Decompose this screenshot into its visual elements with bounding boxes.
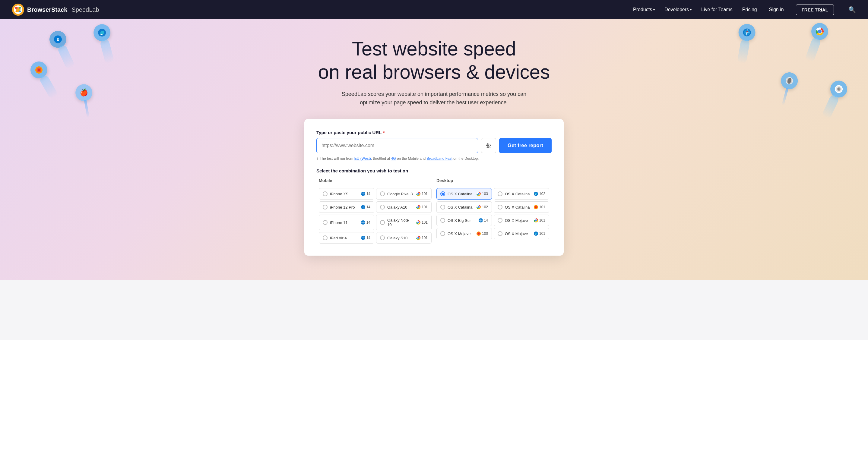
firefox-icon-2 (476, 231, 481, 236)
radio-iphone-xs (323, 191, 328, 196)
device-osx-mojave-chrome-101[interactable]: OS X Mojave 101 (494, 214, 549, 226)
device-galaxy-note-10[interactable]: Galaxy Note 10 101 (376, 214, 432, 230)
radio-ipad-air-4 (323, 235, 328, 240)
radio-galaxy-s10 (380, 235, 385, 240)
device-ipad-air-4[interactable]: iPad Air 4 14 (319, 232, 374, 243)
filter-icon (486, 142, 492, 148)
hero-section: e 🍎 (0, 19, 868, 280)
radio-osx-catalina-firefox-101 (498, 205, 502, 209)
svg-point-6 (16, 11, 17, 12)
nav-pricing[interactable]: Pricing (742, 7, 757, 12)
4g-link[interactable]: 4G (391, 157, 396, 161)
chrome-icon-5 (476, 191, 481, 196)
device-osx-catalina-chrome-102[interactable]: OS X Catalina 102 (436, 201, 492, 213)
svg-point-32 (489, 145, 490, 146)
nav-products[interactable]: Products ▾ (633, 7, 655, 12)
chrome-icon (416, 191, 421, 196)
url-input[interactable] (316, 138, 478, 153)
device-iphone-xs[interactable]: iPhone XS 14 (319, 188, 374, 200)
svg-point-70 (478, 233, 479, 234)
hero-subtitle: SpeedLab scores your website on importan… (338, 90, 530, 107)
safari-icon-5 (478, 218, 483, 223)
device-iphone-12-pro[interactable]: iPhone 12 Pro 14 (319, 201, 374, 213)
floating-chrome-icon (801, 21, 831, 64)
nav-signin[interactable]: Sign in (769, 7, 784, 12)
nav-developers[interactable]: Developers ▾ (664, 7, 691, 12)
mobile-column: Mobile iPhone XS 14 Google Pixe (316, 178, 434, 243)
chrome-icon-4 (416, 235, 421, 240)
device-osx-catalina-edge-102[interactable]: OS X Catalina 102 (494, 188, 549, 200)
bottom-section (0, 280, 868, 340)
chevron-down-icon: ▾ (653, 8, 655, 11)
radio-iphone-11 (323, 220, 328, 225)
get-report-button[interactable]: Get free report (499, 138, 552, 153)
broadband-fast-link[interactable]: Broadband Fast (427, 157, 453, 161)
svg-point-31 (487, 143, 488, 145)
chevron-down-icon: ▾ (690, 8, 691, 11)
brand: BrowserStack SpeedLab (12, 4, 99, 16)
mobile-options: iPhone XS 14 Google Pixel 3 101 (319, 188, 432, 243)
safari-icon-4 (361, 235, 366, 240)
device-osx-mojave-firefox-100[interactable]: OS X Mojave 100 (436, 228, 492, 239)
device-iphone-11[interactable]: iPhone 11 14 (319, 214, 374, 230)
svg-point-44 (417, 206, 419, 208)
radio-iphone-12-pro (323, 205, 328, 209)
svg-point-4 (19, 7, 21, 9)
desktop-column: Desktop OS X Catalina 103 OS X (434, 178, 552, 243)
floating-apple-icon: 🍎 (74, 83, 97, 119)
svg-point-49 (417, 222, 419, 223)
edge-icon (533, 191, 538, 196)
mobile-header: Mobile (319, 178, 432, 185)
radio-osx-mojave-edge-101 (498, 231, 502, 236)
safari-icon (361, 191, 366, 196)
svg-point-56 (478, 193, 479, 195)
svg-point-67 (535, 220, 537, 221)
radio-galaxy-a10 (380, 205, 385, 209)
device-google-pixel-3[interactable]: Google Pixel 3 101 (376, 188, 432, 200)
url-input-row: Get free report (316, 138, 552, 153)
url-label: Type or paste your public URL * (316, 130, 552, 135)
floating-opera-icon (775, 70, 800, 108)
svg-point-3 (15, 7, 18, 9)
form-info: ℹ The test will run from EU (West), thro… (316, 156, 552, 161)
hero-title: Test website speed on real browsers & de… (318, 37, 550, 84)
svg-point-39 (417, 193, 419, 195)
brand-name: BrowserStack (27, 6, 67, 13)
info-icon: ℹ (316, 156, 318, 161)
radio-osx-catalina-edge-102 (498, 191, 502, 196)
floating-opera-icon2 (818, 78, 850, 121)
device-osx-mojave-edge-101[interactable]: OS X Mojave 101 (494, 228, 549, 239)
svg-point-59 (478, 206, 479, 208)
radio-osx-catalina-chrome-102 (440, 205, 445, 209)
svg-point-33 (487, 146, 489, 148)
device-osx-big-sur-safari-14[interactable]: OS X Big Sur 14 (436, 214, 492, 226)
device-osx-catalina-chrome-103[interactable]: OS X Catalina 103 (436, 188, 492, 200)
required-indicator: * (383, 130, 384, 135)
floating-edge-icon (92, 22, 118, 65)
brand-sub: SpeedLab (71, 6, 99, 13)
form-card: Type or paste your public URL * Get free… (304, 119, 564, 256)
firefox-icon (533, 205, 538, 209)
device-galaxy-s10[interactable]: Galaxy S10 101 (376, 232, 432, 243)
nav-live-for-teams[interactable]: Live for Teams (701, 7, 733, 12)
floating-firefox-icon (27, 59, 62, 101)
radio-osx-catalina-chrome-103 (440, 191, 445, 196)
device-galaxy-a10[interactable]: Galaxy A10 101 (376, 201, 432, 213)
floating-safari-icon (733, 23, 757, 65)
combo-grid: Mobile iPhone XS 14 Google Pixe (316, 178, 552, 243)
eu-west-link[interactable]: EU (West) (354, 157, 371, 161)
search-icon[interactable]: 🔍 (848, 6, 856, 13)
chrome-icon-3 (416, 220, 421, 225)
chrome-icon-7 (533, 218, 538, 223)
device-osx-catalina-firefox-101[interactable]: OS X Catalina 101 (494, 201, 549, 213)
radio-osx-mojave-chrome-101 (498, 218, 502, 223)
desktop-header: Desktop (436, 178, 549, 185)
desktop-options: OS X Catalina 103 OS X Catalina 102 (436, 188, 549, 239)
free-trial-button[interactable]: FREE TRIAL (796, 4, 834, 15)
radio-galaxy-note-10 (380, 220, 385, 225)
browserstack-logo (12, 4, 24, 16)
filter-button[interactable] (481, 138, 496, 153)
radio-google-pixel-3 (380, 191, 385, 196)
edge-icon-2 (533, 231, 538, 236)
radio-osx-big-sur-safari-14 (440, 218, 445, 223)
